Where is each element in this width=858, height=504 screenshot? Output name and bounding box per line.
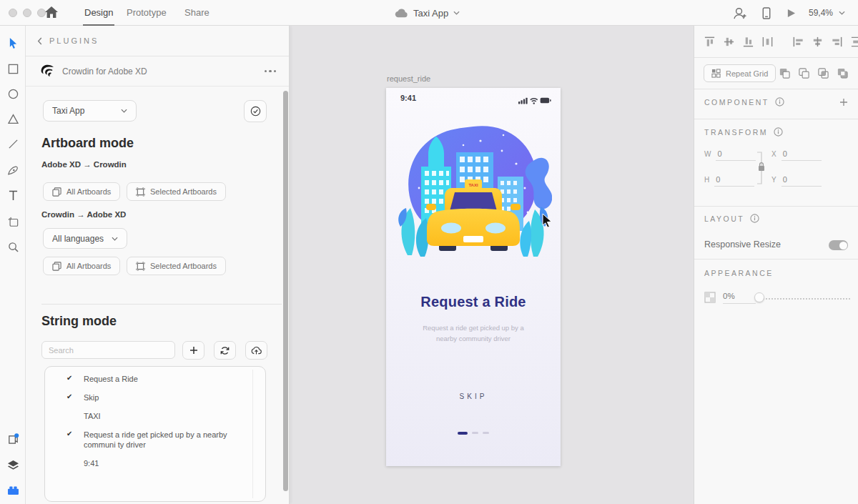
taxi-illustration[interactable]: TAXI	[395, 119, 552, 270]
translated-check-icon: ✔	[66, 392, 72, 402]
all-artboards-button-down[interactable]: All Artboards	[43, 257, 120, 275]
opacity-row: 0%	[704, 292, 858, 306]
ride-subtitle-text[interactable]: Request a ride get picked up by a nearby…	[413, 322, 534, 344]
alignment-toolbar	[694, 26, 858, 58]
layout-label: LAYOUT	[704, 214, 744, 223]
sync-confirm-button[interactable]	[244, 100, 267, 122]
info-icon[interactable]	[775, 97, 784, 107]
skip-button-text[interactable]: SKIP	[386, 392, 561, 400]
selected-artboards-button-down[interactable]: Selected Artboards	[127, 257, 226, 275]
repeat-grid-icon	[711, 69, 721, 78]
info-icon[interactable]	[750, 214, 759, 223]
languages-select[interactable]: All languages	[43, 228, 127, 249]
boolean-exclude-icon[interactable]	[836, 67, 849, 80]
string-row[interactable]: TAXI	[45, 406, 265, 425]
artboards-stack-icon	[52, 187, 61, 197]
panel-scrollbar-thumb[interactable]	[283, 91, 288, 491]
string-text: TAXI	[84, 412, 101, 420]
info-icon[interactable]	[774, 127, 783, 137]
project-select[interactable]: Taxi App	[43, 100, 137, 122]
align-left-icon[interactable]	[792, 35, 804, 48]
boolean-intersect-icon[interactable]	[817, 67, 829, 80]
zoom-tool-icon[interactable]	[6, 239, 20, 254]
selected-artboards-button-up[interactable]: Selected Artboards	[127, 182, 226, 201]
align-center-icon[interactable]	[812, 35, 824, 48]
string-mode-title: String mode	[41, 314, 117, 329]
selected-artboards-label-down: Selected Artboards	[150, 262, 217, 270]
window-close-button[interactable]	[9, 9, 17, 17]
statusbar-time[interactable]: 9:41	[400, 94, 416, 102]
upload-strings-button[interactable]	[245, 341, 267, 360]
line-tool-icon[interactable]	[6, 137, 20, 151]
string-row[interactable]: ✔ Request a ride get picked up by a near…	[45, 425, 265, 453]
add-component-icon[interactable]	[839, 98, 848, 107]
width-input[interactable]: 0	[716, 149, 756, 161]
tab-prototype[interactable]: Prototype	[127, 0, 167, 26]
pen-tool-icon[interactable]	[6, 163, 20, 177]
home-icon[interactable]	[44, 6, 60, 20]
opacity-slider-track[interactable]	[760, 298, 851, 300]
text-tool-icon[interactable]	[6, 188, 20, 202]
align-right-icon[interactable]	[831, 35, 843, 48]
plugins-panel: PLUGINS Crowdin for Adobe XD Taxi App Ar…	[26, 26, 290, 504]
artboard-request-ride[interactable]: 9:41	[386, 88, 561, 466]
tab-share[interactable]: Share	[184, 0, 209, 26]
zoom-level[interactable]: 59,4%	[809, 8, 833, 18]
align-bottom-icon[interactable]	[742, 35, 754, 48]
back-chevron-icon[interactable]	[37, 37, 42, 45]
taxi-sign-text: TAXI	[468, 183, 478, 187]
search-input[interactable]	[41, 341, 175, 359]
rectangle-tool-icon[interactable]	[6, 61, 20, 76]
artboard-tool-icon[interactable]	[6, 214, 20, 229]
align-middle-icon[interactable]	[723, 35, 735, 48]
assets-panel-icon[interactable]	[6, 483, 20, 498]
share-user-icon[interactable]	[733, 7, 746, 19]
plugin-menu-button[interactable]	[265, 70, 277, 73]
align-top-icon[interactable]	[704, 35, 716, 48]
distribute-horizontal-icon[interactable]	[761, 35, 774, 48]
repeat-grid-button[interactable]: Repeat Grid	[704, 64, 776, 82]
window-minimize-button[interactable]	[23, 9, 31, 17]
opacity-slider-knob[interactable]	[754, 292, 764, 302]
languages-chevron-icon	[112, 237, 118, 241]
boolean-add-icon[interactable]	[778, 67, 791, 80]
lock-aspect-icon[interactable]	[754, 151, 766, 185]
appearance-label: APPEARANCE	[704, 269, 774, 277]
zoom-chevron-down-icon[interactable]	[839, 11, 845, 15]
repeat-grid-label: Repeat Grid	[726, 69, 768, 78]
artboards-stack-icon	[52, 262, 61, 271]
opacity-value[interactable]: 0%	[723, 292, 756, 304]
polygon-tool-icon[interactable]	[6, 112, 20, 126]
page-dot	[472, 432, 478, 434]
page-indicator[interactable]	[386, 432, 561, 435]
select-tool-icon[interactable]	[6, 36, 20, 50]
responsive-resize-label: Responsive Resize	[704, 239, 781, 249]
document-title-menu[interactable]: Taxi App	[395, 0, 460, 26]
all-artboards-button-up[interactable]: All Artboards	[43, 182, 120, 201]
all-artboards-label-down: All Artboards	[66, 262, 111, 270]
responsive-resize-toggle[interactable]	[829, 240, 848, 250]
tab-design[interactable]: Design	[84, 0, 113, 26]
height-input[interactable]: 0	[714, 175, 754, 187]
add-string-button[interactable]	[182, 341, 204, 360]
ride-title-text[interactable]: Request a Ride	[386, 294, 561, 310]
translated-check-icon: ✔	[66, 429, 72, 439]
string-row[interactable]: ✔ Request a Ride	[45, 367, 265, 387]
artboard-name-label[interactable]: request_ride	[387, 74, 430, 83]
distribute-vertical-icon[interactable]	[850, 35, 858, 48]
x-input[interactable]: 0	[781, 149, 822, 161]
design-canvas[interactable]: request_ride 9:41	[290, 26, 694, 504]
crowdin-to-xd-label: Crowdin → Adobe XD	[41, 210, 126, 219]
layers-panel-icon[interactable]	[6, 458, 20, 472]
y-input[interactable]: 0	[781, 175, 822, 187]
play-preview-icon[interactable]	[786, 9, 796, 18]
string-row[interactable]: ✔ Skip	[45, 387, 265, 406]
selection-marquee-icon	[136, 262, 145, 271]
refresh-strings-button[interactable]	[214, 341, 236, 360]
boolean-subtract-icon[interactable]	[797, 67, 810, 80]
ellipse-tool-icon[interactable]	[6, 87, 20, 101]
string-row[interactable]: 9:41	[45, 453, 265, 472]
plugins-panel-icon[interactable]	[6, 432, 20, 446]
device-preview-icon[interactable]	[762, 7, 771, 19]
string-text: Request a ride get picked up by a nearby…	[84, 430, 227, 449]
